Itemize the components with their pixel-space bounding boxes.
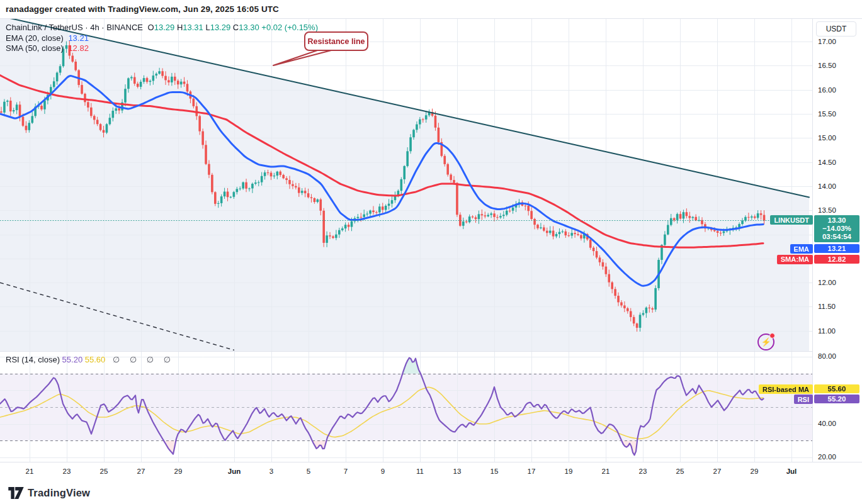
ema-badge-row: EMA 13.21 (790, 244, 859, 254)
time-tick-label: Jul (778, 468, 805, 475)
ohlc-key: H (177, 23, 183, 32)
tradingview-wordmark[interactable]: TradingView (28, 487, 90, 499)
time-tick-label: 11 (406, 468, 434, 475)
time-tick-label: 23 (629, 468, 657, 475)
symbol-title: ChainLink / TetherUS · 4h · BINANCE (6, 23, 143, 32)
ema-badge-label: EMA (790, 244, 813, 254)
rsi-tick-label: 20.00 (818, 453, 836, 461)
ohlc-key: L (205, 23, 210, 32)
chart-widget: ChainLink / TetherUS · 4h · BINANCE O13.… (0, 18, 862, 481)
price-tick-label: 13.50 (818, 206, 836, 214)
rsi-badge-label: RSI (794, 395, 813, 404)
rsi-tick-label: 80.00 (818, 352, 836, 360)
price-tick-label: 17.00 (818, 38, 836, 45)
sma-legend-label: SMA (50, close) (6, 43, 64, 53)
time-tick-label: 25 (666, 468, 694, 475)
time-tick-label: 15 (480, 468, 508, 475)
lightning-bolt-icon: ⚡ (761, 337, 771, 347)
sma-badge-label: SMA:MA (777, 255, 813, 264)
currency-toggle-button[interactable]: USDT (816, 21, 856, 36)
time-tick-label: 29 (740, 468, 768, 475)
time-tick-label: 13 (443, 468, 471, 475)
time-axis[interactable]: 2123252729Jun357911131517192123252729Jul (0, 462, 862, 482)
attribution-text: ranadagger created with TradingView.com,… (6, 4, 279, 14)
tradingview-screenshot: ranadagger created with TradingView.com,… (0, 0, 862, 504)
callout-tail (273, 50, 331, 65)
price-tick-label: 14.50 (818, 159, 836, 166)
session-change: −14.03% (822, 225, 851, 232)
price-tick-label: 15.50 (818, 110, 836, 118)
resistance-callout[interactable]: Resistance line (252, 25, 384, 88)
ohlc-key: C (233, 23, 239, 32)
rsi-legend-label: RSI (14, close) (6, 355, 60, 364)
tradingview-logo-icon[interactable] (8, 487, 24, 499)
price-tick-label: 15.00 (818, 134, 836, 142)
rsi-badge-row: RSI 55.20 (794, 395, 859, 404)
ohlc-value: 13.29 (154, 23, 177, 32)
symbol-badge-label: LINKUSDT (770, 215, 813, 225)
rsi-ma-badge-value: 55.60 (814, 384, 859, 393)
rsi-null-params: ∅ ∅ ∅ ∅ (113, 355, 174, 364)
time-tick-label: 7 (332, 468, 360, 475)
price-tick-label: 14.00 (818, 182, 836, 190)
price-tick-label: 16.00 (818, 86, 836, 94)
time-tick-label: 23 (53, 468, 81, 475)
resistance-label-text: Resistance line (307, 37, 365, 46)
price-pane-canvas[interactable] (0, 19, 812, 351)
ema-badge-value: 13.21 (814, 244, 859, 253)
price-tick-label: 11.00 (818, 327, 836, 335)
time-tick-label: 5 (295, 468, 322, 475)
rsi-tick-label: 40.00 (818, 420, 836, 427)
time-tick-label: 21 (592, 468, 620, 475)
flash-reactions-icon[interactable]: ⚡ (757, 333, 774, 350)
rsi-ma-badge-row: RSI-based MA 55.60 (759, 384, 859, 394)
rsi-pane-canvas[interactable] (0, 351, 812, 462)
ohlc-value: 13.29 (210, 23, 233, 32)
time-tick-label: 9 (369, 468, 397, 475)
time-tick-label: 21 (16, 468, 43, 475)
ema-legend-label: EMA (20, close) (6, 33, 64, 43)
last-price: 13.30 (828, 216, 846, 224)
ema-legend-value: 13.21 (68, 33, 89, 43)
time-tick-label: 25 (90, 468, 118, 475)
rsi-legend-row[interactable]: RSI (14, close) 55.20 55.60 ∅ ∅ ∅ ∅ (6, 355, 174, 364)
symbol-badge-values: 13.30 −14.03% 03:54:54 (814, 215, 859, 242)
sma-badge-value: 12.82 (814, 255, 859, 264)
notification-dot (769, 333, 775, 339)
time-tick-label: 27 (127, 468, 155, 475)
rsi-ma-legend-value: 55.60 (85, 355, 106, 364)
sma-legend-value: 12.82 (68, 43, 89, 53)
sma-badge-row: SMA:MA 12.82 (777, 255, 859, 264)
ohlc-key: O (148, 23, 154, 32)
time-tick-label: Jun (220, 468, 248, 475)
price-tick-label: 12.00 (818, 279, 836, 286)
time-tick-label: 27 (703, 468, 731, 475)
time-tick-label: 3 (258, 468, 285, 475)
time-tick-label: 17 (518, 468, 545, 475)
bar-countdown: 03:54:54 (822, 233, 851, 240)
time-tick-label: 19 (555, 468, 582, 475)
ohlc-value: 13.31 (183, 23, 205, 32)
rsi-badge-value: 55.20 (814, 395, 859, 403)
footer: TradingView (0, 481, 862, 504)
price-tick-label: 16.50 (818, 62, 836, 69)
ohlc-values: O13.29 H13.31 L13.29 C13.30 (148, 23, 262, 32)
symbol-price-badge-row: LINKUSDT 13.30 −14.03% 03:54:54 (770, 215, 859, 242)
rsi-legend-value: 55.20 (62, 355, 83, 364)
time-tick-label: 29 (164, 468, 192, 475)
rsi-ma-badge-label: RSI-based MA (759, 384, 813, 394)
price-tick-label: 11.50 (818, 303, 836, 310)
